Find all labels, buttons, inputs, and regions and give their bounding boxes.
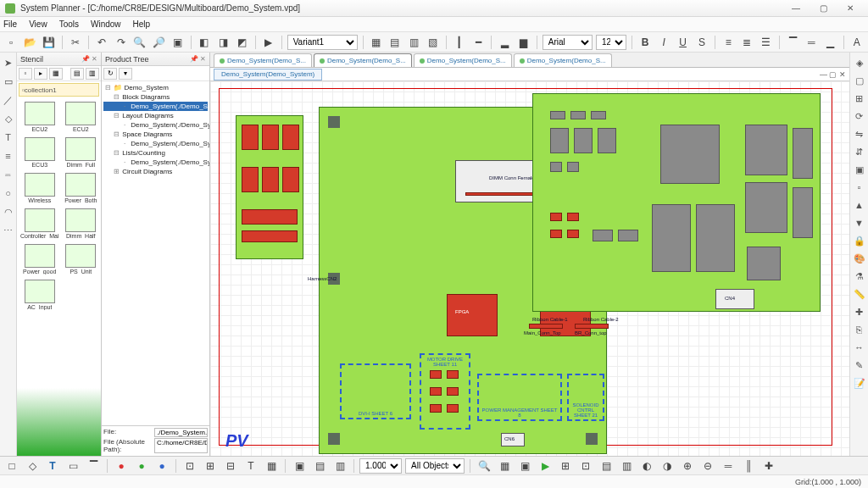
tree-node[interactable]: ⊟ Lists/Counting bbox=[103, 148, 208, 158]
stencil-item[interactable]: Controller_Mai bbox=[19, 207, 61, 241]
grid-c-icon[interactable]: ▥ bbox=[406, 34, 421, 51]
strike-icon[interactable]: S bbox=[694, 34, 709, 51]
q10-icon[interactable]: ◑ bbox=[659, 458, 676, 474]
color-a-icon[interactable]: ● bbox=[113, 458, 130, 474]
minimize-button[interactable]: ― bbox=[783, 2, 809, 15]
redo-icon[interactable]: ↷ bbox=[113, 34, 128, 51]
net-icon[interactable]: ⎓ bbox=[2, 168, 15, 181]
p3-icon[interactable]: T bbox=[44, 458, 61, 474]
font-select[interactable]: Arial bbox=[542, 35, 593, 50]
back-icon[interactable]: ▼ bbox=[853, 216, 866, 230]
q4-icon[interactable]: ▶ bbox=[537, 458, 554, 474]
menu-file[interactable]: File bbox=[3, 19, 17, 29]
maximize-button[interactable]: ▢ bbox=[810, 2, 836, 15]
stencil-mode-b-icon[interactable]: ▥ bbox=[86, 68, 99, 80]
variant-select[interactable]: Variant1 bbox=[287, 35, 358, 50]
dim-icon[interactable]: ↔ bbox=[853, 341, 866, 354]
grid-a-icon[interactable]: ▦ bbox=[369, 34, 384, 51]
grid-b-icon[interactable]: ▤ bbox=[387, 34, 403, 51]
color-b-icon[interactable]: ● bbox=[133, 458, 150, 474]
snap5-icon[interactable]: ▦ bbox=[263, 458, 280, 474]
pointer-icon[interactable]: ➤ bbox=[2, 56, 15, 69]
document-tab[interactable]: Demo_System(Demo_S... bbox=[214, 53, 312, 67]
sheet-winbtns[interactable]: ― ▢ ✕ bbox=[816, 70, 849, 79]
stencil-mode-a-icon[interactable]: ▤ bbox=[70, 68, 84, 80]
scale-select[interactable]: 1.000 bbox=[359, 458, 402, 474]
bold-icon[interactable]: B bbox=[637, 34, 653, 51]
filter-icon[interactable]: ⚗ bbox=[853, 269, 866, 283]
stencil-item[interactable]: ECU2 bbox=[63, 100, 99, 134]
report-icon[interactable]: ▆ bbox=[516, 34, 531, 51]
valign-c-icon[interactable]: ▁ bbox=[822, 34, 837, 51]
snap2-icon[interactable]: ⊞ bbox=[202, 458, 219, 474]
tree-node[interactable]: ⊞ Circuit Diagrams bbox=[103, 167, 208, 176]
tree-node[interactable]: · Demo_System(./Demo_Syste bbox=[103, 102, 208, 111]
anno-icon[interactable]: ✎ bbox=[853, 358, 866, 372]
stencil-item[interactable]: PS_Unit bbox=[63, 242, 99, 276]
align-a-icon[interactable]: ┃ bbox=[452, 34, 467, 51]
new-icon[interactable]: ▫ bbox=[3, 34, 19, 51]
layer-a-icon[interactable]: ◧ bbox=[197, 34, 212, 51]
board-controller[interactable]: CN4 bbox=[532, 93, 821, 312]
document-tab[interactable]: Demo_System(Demo_S... bbox=[514, 53, 612, 67]
flip-v-icon[interactable]: ⇵ bbox=[853, 145, 866, 158]
snap4-icon[interactable]: T bbox=[242, 458, 259, 474]
p1-icon[interactable]: □ bbox=[3, 458, 20, 474]
stencil-new-icon[interactable]: ▫ bbox=[19, 68, 32, 80]
color-c-icon[interactable]: ● bbox=[153, 458, 170, 474]
tree-refresh-icon[interactable]: ↻ bbox=[103, 68, 117, 80]
schematic-canvas[interactable]: DIMM Conn Female FPGA MOTOR DRIVE_1 SHEE… bbox=[210, 81, 849, 456]
stencil-view-icon[interactable]: ▦ bbox=[49, 68, 63, 80]
stencil-item[interactable]: Power_good bbox=[19, 242, 61, 276]
pin-icon[interactable]: ○ bbox=[2, 186, 15, 200]
poly-icon[interactable]: ◇ bbox=[2, 112, 15, 125]
grid-d-icon[interactable]: ▧ bbox=[425, 34, 440, 51]
q1-icon[interactable]: 🔍 bbox=[476, 458, 492, 474]
font-color-icon[interactable]: A bbox=[849, 34, 865, 51]
note-icon[interactable]: 📝 bbox=[853, 376, 866, 390]
menu-view[interactable]: View bbox=[29, 19, 47, 29]
valign-b-icon[interactable]: ═ bbox=[804, 34, 819, 51]
measure-icon[interactable]: 📏 bbox=[853, 287, 866, 301]
q8-icon[interactable]: ▥ bbox=[618, 458, 635, 474]
arc-icon[interactable]: ◠ bbox=[2, 205, 15, 219]
cube-icon[interactable]: ◈ bbox=[853, 56, 866, 69]
sel3-icon[interactable]: ▥ bbox=[331, 458, 348, 474]
align-center-icon[interactable]: ≣ bbox=[739, 34, 754, 51]
stencil-item[interactable]: Power_Both bbox=[63, 171, 99, 205]
tree-node[interactable]: ⊟ Layout Diagrams bbox=[103, 111, 208, 120]
chart-icon[interactable]: ▂ bbox=[497, 34, 512, 51]
group-icon[interactable]: ▣ bbox=[853, 163, 866, 176]
document-tab[interactable]: Demo_System(Demo_S... bbox=[314, 53, 412, 67]
front-icon[interactable]: ▲ bbox=[853, 198, 866, 212]
q6-icon[interactable]: ⊡ bbox=[577, 458, 594, 474]
more-icon[interactable]: ⋯ bbox=[2, 224, 15, 237]
tree-node[interactable]: · Demo_System(./Demo_Syste bbox=[103, 120, 208, 130]
undo-icon[interactable]: ↶ bbox=[94, 34, 109, 51]
bus-icon[interactable]: ≡ bbox=[2, 149, 15, 163]
layer-c-icon[interactable]: ◩ bbox=[234, 34, 249, 51]
pin-icon[interactable]: 📌 ✕ bbox=[81, 55, 97, 63]
ungroup-icon[interactable]: ▫ bbox=[853, 180, 866, 194]
q15-icon[interactable]: ✚ bbox=[760, 458, 777, 474]
stencil-item[interactable]: Dimm_Half bbox=[63, 207, 99, 241]
p2-icon[interactable]: ◇ bbox=[24, 458, 41, 474]
run-icon[interactable]: ▶ bbox=[260, 34, 275, 51]
collection-bar[interactable]: ▫ collection1 bbox=[19, 83, 99, 97]
zoom-out-icon[interactable]: 🔎 bbox=[151, 34, 166, 51]
tree-node[interactable]: · Demo_System(./Demo_Syste bbox=[103, 158, 208, 167]
p5-icon[interactable]: ▔ bbox=[85, 458, 102, 474]
snap3-icon[interactable]: ⊟ bbox=[222, 458, 239, 474]
board-ecu[interactable] bbox=[236, 115, 303, 259]
filter-select[interactable]: All Objects bbox=[405, 458, 465, 474]
q12-icon[interactable]: ⊖ bbox=[699, 458, 716, 474]
sheet-tab[interactable]: Demo_System(Demo_System) bbox=[214, 69, 322, 80]
open-icon[interactable]: 📂 bbox=[22, 34, 37, 51]
q14-icon[interactable]: ║ bbox=[740, 458, 757, 474]
menu-tools[interactable]: Tools bbox=[59, 19, 79, 29]
stencil-item[interactable]: Wireless bbox=[19, 171, 61, 205]
align-right-icon[interactable]: ☰ bbox=[759, 34, 774, 51]
tree-expand-icon[interactable]: ▾ bbox=[119, 68, 132, 80]
stencil-item[interactable]: ECU2 bbox=[19, 100, 61, 134]
fontsize-select[interactable]: 12 bbox=[596, 35, 626, 50]
